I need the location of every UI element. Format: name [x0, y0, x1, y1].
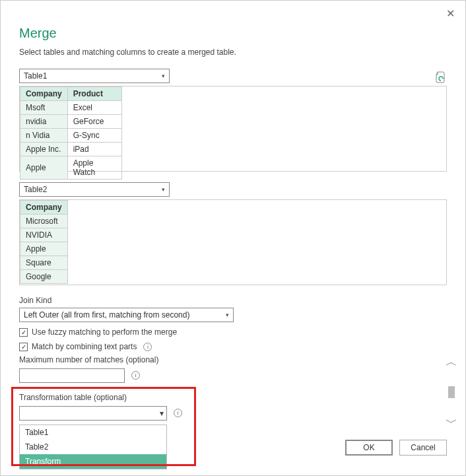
table1-preview: Company Product MsoftExcel nvidiaGeForce… — [19, 86, 447, 172]
join-kind-select[interactable]: Left Outer (all from first, matching fro… — [19, 308, 234, 322]
table1-select[interactable]: Table1 ▾ — [19, 69, 170, 83]
table-row[interactable]: n VidiaG-Sync — [20, 129, 122, 143]
table2-header-company[interactable]: Company — [20, 201, 68, 215]
transform-select[interactable]: ▾ — [19, 406, 167, 421]
table-row[interactable]: Apple — [20, 242, 68, 256]
table1-header-product[interactable]: Product — [67, 87, 121, 101]
dialog-subtitle: Select tables and matching columns to cr… — [19, 48, 447, 57]
fuzzy-checkbox[interactable]: ✓ — [19, 328, 28, 337]
cancel-button[interactable]: Cancel — [399, 440, 447, 456]
ok-button[interactable]: OK — [345, 440, 393, 456]
scroll-thumb[interactable] — [448, 386, 455, 398]
info-icon[interactable]: i — [174, 409, 182, 417]
table-row[interactable]: MsoftExcel — [20, 101, 122, 115]
combine-checkbox[interactable]: ✓ — [19, 343, 28, 351]
max-matches-input[interactable] — [19, 368, 125, 383]
max-matches-label: Maximum number of matches (optional) — [19, 355, 447, 364]
chevron-down-icon: ▾ — [226, 312, 229, 318]
transform-option[interactable]: Table1 — [20, 425, 166, 440]
table-row[interactable]: Square — [20, 256, 68, 270]
table2-preview: Company Microsoft NVIDIA Apple Square Go… — [19, 199, 447, 285]
close-icon[interactable]: ✕ — [446, 7, 455, 20]
table-row[interactable]: Microsoft — [20, 215, 68, 228]
scroll-up-icon[interactable]: ︿ — [446, 356, 457, 368]
refresh-icon[interactable] — [435, 71, 447, 83]
chevron-down-icon: ▾ — [160, 409, 164, 418]
table1-header-company[interactable]: Company — [20, 87, 68, 101]
scroll-down-icon[interactable]: ﹀ — [446, 417, 457, 428]
join-kind-value: Left Outer (all from first, matching fro… — [24, 310, 189, 320]
table-row[interactable]: NVIDIA — [20, 228, 68, 242]
transform-label: Transformation table (optional) — [19, 393, 182, 402]
chevron-down-icon: ▾ — [162, 186, 165, 193]
info-icon[interactable]: i — [131, 371, 140, 380]
table-row[interactable]: AppleApple Watch — [20, 156, 122, 180]
combine-label: Match by combining text parts — [32, 342, 137, 351]
table-row[interactable]: Google — [20, 270, 68, 284]
table1-select-value: Table1 — [24, 71, 47, 81]
fuzzy-label: Use fuzzy matching to perform the merge — [32, 327, 177, 337]
merge-dialog: ✕ Merge Select tables and matching colum… — [1, 1, 465, 475]
table2-select[interactable]: Table2 ▾ — [19, 182, 170, 197]
chevron-down-icon: ▾ — [162, 73, 165, 79]
transform-option[interactable]: Table2 — [20, 440, 166, 454]
transform-option[interactable]: Transform — [20, 454, 166, 469]
dialog-title: Merge — [19, 26, 447, 41]
table2-select-value: Table2 — [24, 185, 47, 194]
table-row[interactable]: Apple Inc.iPad — [20, 143, 122, 156]
transform-dropdown: Table1 Table2 Transform — [19, 425, 167, 469]
table-row[interactable]: nvidiaGeForce — [20, 115, 122, 129]
info-icon[interactable]: i — [143, 343, 152, 351]
join-kind-label: Join Kind — [19, 296, 447, 305]
